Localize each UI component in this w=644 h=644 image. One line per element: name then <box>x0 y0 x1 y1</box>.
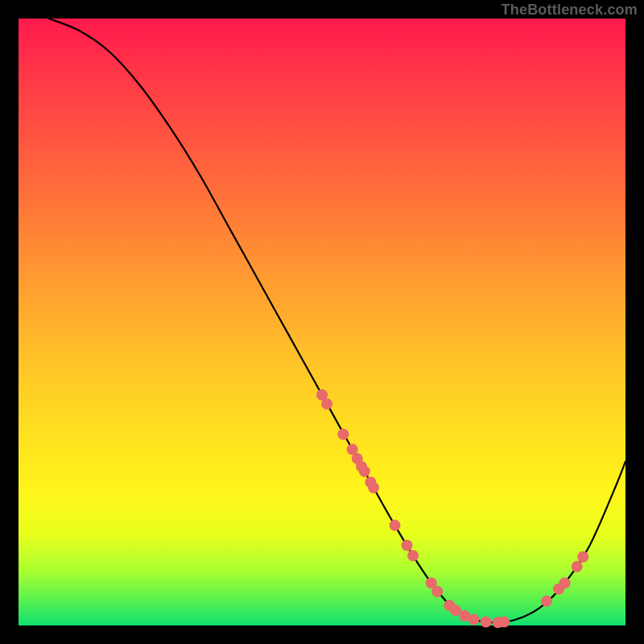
data-point <box>572 561 583 572</box>
data-point <box>407 550 419 561</box>
plot-area <box>19 19 625 625</box>
bottleneck-curve <box>49 19 625 622</box>
data-point <box>469 613 480 625</box>
data-markers <box>316 389 588 628</box>
data-point <box>389 520 400 531</box>
data-point <box>321 398 332 410</box>
data-point <box>337 428 349 440</box>
data-point <box>359 465 370 477</box>
data-point <box>402 539 413 551</box>
data-point <box>498 616 510 627</box>
chart-frame: TheBottleneck.com <box>0 0 644 644</box>
data-point <box>577 551 588 563</box>
chart-svg <box>19 19 625 625</box>
data-point <box>431 586 443 597</box>
data-point <box>541 596 552 607</box>
data-point <box>481 616 492 627</box>
data-point <box>559 577 571 588</box>
data-point <box>368 482 379 493</box>
watermark-label: TheBottleneck.com <box>502 2 638 19</box>
